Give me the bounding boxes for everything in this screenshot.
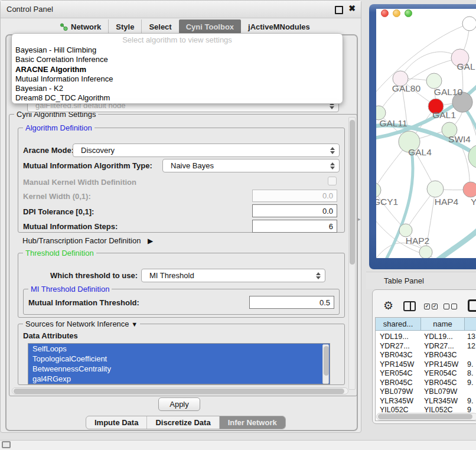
mi-threshold-field[interactable]: 0.5 — [249, 296, 334, 309]
kernel-width-field[interactable]: 0.0 — [252, 190, 337, 202]
list-item[interactable]: SelfLoops — [28, 344, 330, 354]
list-item[interactable]: gal4RGexp — [28, 374, 330, 384]
table-row[interactable]: YPR145WYPR145W9. — [376, 360, 476, 370]
tab-infer-network-label: Infer Network — [228, 418, 277, 427]
deselect-all-icon[interactable] — [444, 304, 457, 309]
cell-col3: 9. — [467, 360, 473, 369]
sources-legend-text: Sources for Network Inference — [25, 319, 129, 328]
tab-jactivemnodules[interactable]: jActiveMNodules — [241, 19, 317, 34]
node-salmon[interactable] — [463, 182, 476, 197]
tab-style[interactable]: Style — [108, 19, 141, 34]
network-graph[interactable]: GAL GAL80 GAL10 GAL1 GAL11 SWI4 GAL4 GCY… — [376, 9, 476, 258]
cell-shared: YBR043C — [380, 351, 413, 359]
cell-shared: YLR345W — [380, 397, 413, 405]
apply-button[interactable]: Apply — [158, 397, 200, 411]
table-row[interactable]: YBR043CYBR043C — [376, 351, 476, 360]
algorithm-option[interactable]: Bayesian - Hill Climbing — [15, 45, 113, 55]
node-hap2[interactable] — [399, 224, 412, 237]
settings-hscroll-thumb[interactable] — [14, 389, 344, 394]
float-window-icon[interactable] — [335, 6, 343, 14]
node-hap4[interactable] — [427, 181, 444, 197]
mi-algorithm-type-combobox[interactable]: Naive Bayes — [162, 159, 340, 172]
node-gcy1[interactable] — [376, 182, 381, 198]
gear-icon[interactable]: ⚙ — [383, 299, 393, 312]
list-vscroll-thumb[interactable] — [324, 346, 329, 376]
cell-shared: YBR045C — [380, 379, 413, 387]
cell-shared: YPR145W — [380, 360, 414, 369]
settings-vertical-scrollbar[interactable] — [348, 117, 356, 390]
control-panel-window: Control Panel ✖ Network Style Select Cyn… — [0, 0, 361, 433]
data-attributes-list[interactable]: SelfLoops TopologicalCoefficient Between… — [28, 343, 330, 384]
algorithm-option[interactable]: Basic Correlation Inference — [15, 55, 113, 64]
cyni-algorithm-settings-group: Cyni Algorithm Settings Algorithm Defini… — [9, 114, 357, 396]
column-header-3[interactable] — [465, 318, 476, 331]
tab-network[interactable]: Network — [53, 19, 108, 34]
table-hscroll-thumb[interactable] — [378, 414, 472, 419]
table-row[interactable]: YER054CYER054C8. — [376, 369, 476, 379]
node-label: GAL — [457, 61, 475, 71]
mi-threshold-label: Mutual Information Threshold: — [28, 298, 139, 307]
settings-horizontal-scrollbar[interactable] — [12, 387, 348, 394]
cell-col3: 8. — [467, 369, 473, 377]
aracne-mode-value: Discovery — [73, 146, 330, 155]
table-row[interactable]: YDR27...YDR27...12 — [376, 342, 476, 351]
columns-icon[interactable] — [403, 301, 416, 311]
cell-name: YDL19... — [424, 332, 453, 341]
column-header-name[interactable]: name — [421, 318, 465, 331]
aracne-mode-label: Aracne Mode: — [23, 146, 74, 155]
document-icon[interactable] — [468, 299, 476, 312]
node-label: GAL80 — [392, 83, 421, 93]
table-horizontal-scrollbar[interactable] — [376, 413, 476, 420]
algorithm-definition-group: Algorithm Definition Aracne Mode: Discov… — [18, 128, 345, 233]
column-header-shared[interactable]: shared... — [376, 318, 421, 331]
algorithm-option[interactable]: Mutual Information Inference — [15, 74, 113, 84]
mi-threshold-definition-group: MI Threshold Definition Mutual Informati… — [23, 289, 340, 315]
mi-algorithm-type-label: Mutual Information Algorithm Type: — [23, 161, 152, 170]
node-bottom[interactable] — [419, 246, 432, 258]
dpi-tolerance-value: 0.0 — [322, 207, 333, 216]
algorithm-option[interactable]: Bayesian - K2 — [15, 84, 113, 93]
aracne-mode-combobox[interactable]: Discovery — [73, 144, 340, 157]
collapse-arrow-icon[interactable]: ▼ — [131, 321, 138, 328]
node-table[interactable]: shared... name YDL19...YDL19...13 YDR27.… — [375, 317, 476, 421]
node-label: HAP4 — [435, 197, 459, 207]
dpi-tolerance-field[interactable]: 0.0 — [252, 204, 337, 217]
algorithm-definition-legend: Algorithm Definition — [23, 123, 94, 132]
tab-discretize-data[interactable]: Discretize Data — [146, 416, 219, 429]
settings-vscroll-thumb[interactable] — [350, 120, 355, 265]
tab-cyni-toolbox[interactable]: Cyni Toolbox — [179, 19, 241, 34]
tab-select[interactable]: Select — [141, 19, 178, 34]
node-unlabeled[interactable] — [462, 17, 476, 31]
manual-kernel-width-checkbox[interactable] — [328, 177, 337, 185]
mi-threshold-value: 0.5 — [319, 298, 330, 307]
splitpane-handle-icon[interactable]: ▸ — [358, 216, 361, 222]
hub-definition-toggle[interactable]: Hub/Transcription Factor Definition ▶ — [22, 236, 153, 245]
control-panel-tabbar: Network Style Select Cyni Toolbox jActiv… — [53, 19, 317, 34]
tab-impute-data[interactable]: Impute Data — [86, 416, 146, 429]
collapsed-panel-icon[interactable] — [2, 441, 11, 448]
tab-network-label: Network — [71, 22, 101, 31]
mi-threshold-legend: MI Threshold Definition — [28, 285, 112, 294]
table-row[interactable]: YBR045CYBR045C9. — [376, 379, 476, 388]
list-item[interactable]: BetweennessCentrality — [28, 364, 330, 374]
dpi-tolerance-label: DPI Tolerance [0,1]: — [23, 207, 94, 216]
unchecked-box-icon — [444, 304, 449, 309]
select-all-icon[interactable]: ✓ ✓ — [424, 304, 438, 309]
hub-definition-label: Hub/Transcription Factor Definition — [22, 236, 141, 245]
cell-name: YER054C — [424, 369, 457, 377]
list-item[interactable]: TopologicalCoefficient — [28, 354, 330, 364]
combo-spinner-icon — [330, 147, 335, 154]
table-row[interactable]: YBL079WYBL079W — [376, 387, 476, 397]
cell-name: YPR145W — [424, 360, 458, 369]
algorithm-option[interactable]: Dream8 DC_TDC Algorithm — [15, 93, 113, 103]
control-panel-titlebar: Control Panel ✖ — [1, 1, 361, 18]
algorithm-option-selected[interactable]: ARACNE Algorithm — [15, 65, 113, 74]
close-icon[interactable]: ✖ — [348, 4, 356, 13]
mi-steps-field[interactable]: 6 — [252, 220, 337, 233]
table-row[interactable]: YDL19...YDL19...13 — [376, 332, 476, 342]
which-threshold-combobox[interactable]: MI Threshold — [141, 269, 325, 282]
tab-infer-network[interactable]: Infer Network — [219, 416, 285, 429]
table-row[interactable]: YLR345WYLR345W9. — [376, 397, 476, 406]
sources-legend: Sources for Network Inference ▼ — [23, 319, 140, 328]
list-vertical-scrollbar[interactable] — [322, 344, 329, 384]
